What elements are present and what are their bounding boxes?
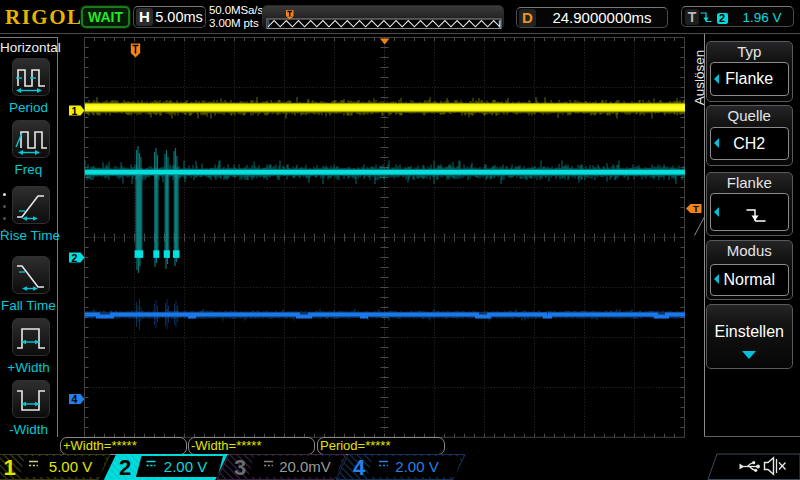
svg-text:4: 4 <box>353 455 366 480</box>
svg-text:4: 4 <box>72 393 78 405</box>
svg-text:2.00 V: 2.00 V <box>164 458 207 475</box>
svg-text:2: 2 <box>72 252 78 264</box>
svg-text:2: 2 <box>119 455 131 480</box>
svg-text:3: 3 <box>234 455 246 480</box>
svg-text:5.00 V: 5.00 V <box>49 458 92 475</box>
svg-text:20.0mV: 20.0mV <box>279 458 331 475</box>
svg-text:2.00 V: 2.00 V <box>395 458 438 475</box>
svg-text:T: T <box>693 203 699 214</box>
svg-text:1: 1 <box>72 105 78 117</box>
svg-text:1: 1 <box>4 455 16 480</box>
